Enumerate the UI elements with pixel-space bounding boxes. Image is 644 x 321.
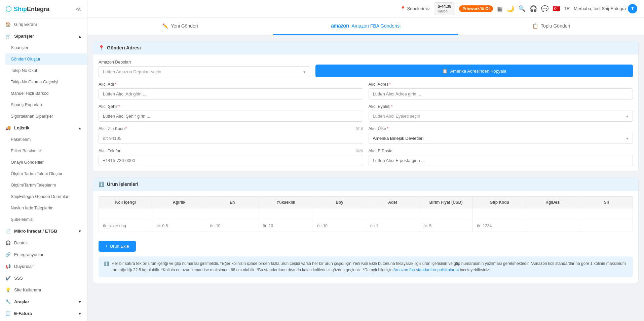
sidebar-item-sss[interactable]: ✔️ SSS <box>0 272 87 284</box>
alici-zip-input[interactable] <box>99 133 363 144</box>
megaphone-icon: 📢 <box>5 264 11 269</box>
sidebar-item-duyurular[interactable]: 📢 Duyurular <box>0 260 87 272</box>
sidebar-item-olcum-taleplerim[interactable]: Ölçüm/Tartım Taleplerim <box>5 179 87 191</box>
topbar-kargo[interactable]: $-44.38 Kargo <box>434 2 455 15</box>
alici-telefon-label: Alıcı Telefon <box>99 149 121 153</box>
alici-ulke-select[interactable]: Amerika Birleşik Devletleri <box>369 133 633 144</box>
topbar-user[interactable]: Merhaba, test ShipEntegra T <box>574 4 637 13</box>
sidebar-item-entegrasyonlar[interactable]: 🔗 Entegrasyonlar <box>0 249 87 260</box>
alici-adres-input[interactable] <box>369 88 633 99</box>
topbar-branches[interactable]: 📍 Şubelerimiz <box>400 6 430 11</box>
info-link[interactable]: Amazon fba standartları politikalarını <box>393 268 459 272</box>
sidebar-section-araclar[interactable]: 🔧 Araçlar ▼ <box>0 296 87 308</box>
tab-label: Toplu Gönderi <box>541 23 570 29</box>
sidebar-section-efatura[interactable]: 🧾 E-Fatura ▼ <box>0 308 87 319</box>
alici-eposta-label: Alıcı E Posta <box>369 149 633 153</box>
sidebar-item-subelerimiz[interactable]: Şubelerimiz <box>5 214 87 225</box>
sidebar-item-gonderi-olustur[interactable]: Gönderi Oluştur <box>5 53 87 65</box>
amazon-depolar-select[interactable]: Lütfen Amazon Depoları seçin <box>99 66 310 77</box>
sidebar-section-siparisler[interactable]: 🛒 Siparişler ▲ <box>0 30 87 42</box>
sidebar-item-label: Site Kullanımı <box>14 287 41 292</box>
tab-toplu-gonderi[interactable]: 📋 Toplu Gönderi <box>458 17 644 35</box>
headset-icon[interactable]: 🎧 <box>530 5 537 12</box>
sidebar-item-olcum-tartim[interactable]: Ölçüm Tartım Talebi Oluştur <box>5 168 87 179</box>
alici-adi-input[interactable] <box>99 88 363 99</box>
copy-btn-wrapper: 📋 Amerika Adresinden Kopyala <box>315 65 633 77</box>
chat-icon[interactable]: 💬 <box>541 5 548 12</box>
sidebar-item-etiket[interactable]: Etiket Basılanlar <box>5 145 87 157</box>
sidebar-section-lojistik[interactable]: 🚚 Lojistik ▲ <box>0 122 87 134</box>
tab-yeni-gonderi[interactable]: ✏️ Yeni Gönderi <box>87 17 273 35</box>
koli-icerigi-hint[interactable] <box>101 222 150 230</box>
add-product-row: + Ürün Ekle <box>99 237 633 252</box>
sidebar-item-takip-no-okuma[interactable]: Takip No Okuma Geçmişi <box>5 76 87 88</box>
birim-fiyat-input-1[interactable] <box>421 210 470 218</box>
yukseklik-input-1[interactable] <box>261 210 311 218</box>
kg-desi-input-1[interactable] <box>528 210 578 218</box>
content: ✏️ Yeni Gönderi amazon Amazon FBA Gönder… <box>87 17 644 321</box>
tab-label: Amazon FBA Gönderisi <box>352 23 401 29</box>
alici-sehir-input[interactable] <box>99 111 363 122</box>
col-yukseklik: Yükseklik <box>259 197 313 208</box>
tab-amazon-fba[interactable]: amazon Amazon FBA Gönderisi <box>273 17 459 35</box>
agirlik-input-1[interactable] <box>154 210 204 218</box>
alici-eyaleti-select[interactable]: Lütfen Alıcı Eyaleti seçin <box>369 111 633 122</box>
sidebar-item-label: Şubelerimiz <box>11 217 33 222</box>
truck-icon: 🚚 <box>5 125 11 130</box>
boy-hint[interactable] <box>315 222 364 230</box>
sidebar-item-siparisler[interactable]: Siparişler <box>5 42 87 53</box>
alici-eposta-input[interactable] <box>369 155 633 166</box>
sidebar-item-navlun-iade[interactable]: Navlun İade Taleplerim <box>5 202 87 214</box>
adet-input-1[interactable] <box>368 210 417 218</box>
adet-hint[interactable] <box>368 222 417 230</box>
sidebar-item-sigortalanan[interactable]: Sigortalanan Siparişler <box>5 111 87 122</box>
alici-ulke-select-wrapper: Amerika Birleşik Devletleri <box>369 133 633 144</box>
kg-desi-hint[interactable] <box>528 222 578 230</box>
moon-icon[interactable]: 🌙 <box>507 5 514 12</box>
alici-telefon-input[interactable] <box>99 155 363 166</box>
birim-fiyat-hint[interactable] <box>421 222 470 230</box>
topbar-prinwork[interactable]: Prinwork'lü Ol <box>459 5 493 12</box>
search-icon[interactable]: 🔍 <box>518 5 526 12</box>
en-hint[interactable] <box>208 222 257 230</box>
chevron-down-icon: ▼ <box>78 229 82 233</box>
sidebar-item-paketlerim[interactable]: Paketlerim <box>5 134 87 145</box>
en-input-1[interactable] <box>208 210 257 218</box>
sidebar-item-manuel-hizli[interactable]: Manuel Hızlı Barkod <box>5 88 87 99</box>
sidebar-item-label: SSS <box>14 276 23 281</box>
add-product-btn[interactable]: + Ürün Ekle <box>99 241 136 252</box>
flag-icon[interactable]: 🇹🇷 <box>553 5 560 12</box>
yukseklik-hint[interactable] <box>261 222 311 230</box>
sidebar-item-giris[interactable]: 🏠 Giriş Ekranı <box>0 18 87 30</box>
table-icon[interactable]: ▦ <box>497 5 503 12</box>
boy-input-1[interactable] <box>315 210 364 218</box>
table-cell-sil-hint <box>580 220 633 232</box>
receipt-icon: 🧾 <box>5 311 11 316</box>
alici-eyaleti-group: Alıcı Eyaleti* Lütfen Alıcı Eyaleti seçi… <box>369 104 633 122</box>
sidebar-collapse-btn[interactable]: ≪ <box>75 5 82 13</box>
gtip-hint[interactable] <box>475 222 524 230</box>
agirlik-hint[interactable] <box>154 222 204 230</box>
table-cell-kg-desi <box>526 208 580 220</box>
sil-hint[interactable] <box>582 222 631 230</box>
copy-address-btn[interactable]: 📋 Amerika Adresinden Kopyala <box>315 65 633 77</box>
col-agirlik: Ağırlık <box>152 197 206 208</box>
sidebar-item-takip-no-okut[interactable]: Takip No Okut <box>5 65 87 76</box>
sidebar-item-label: Destek <box>14 240 28 245</box>
sidebar-item-shipentegra-gonderiler[interactable]: ShipEntegra Gönderi Durumları <box>5 191 87 202</box>
table-cell-boy-hint <box>313 220 366 232</box>
sidebar-item-site-kullanimi[interactable]: 💡 Site Kullanımı <box>0 284 87 296</box>
lang-label[interactable]: TR <box>564 6 570 11</box>
amazon-depolar-group: Amazon Depoları Lütfen Amazon Depoları s… <box>99 60 310 77</box>
sidebar-logo: ⬡ ShipEntegra ≪ <box>0 0 87 18</box>
sil-input-1[interactable] <box>582 210 631 218</box>
sidebar-item-onayli[interactable]: Onaylı Gönderiler <box>5 157 87 168</box>
koli-icerigi-input-1[interactable] <box>101 210 150 218</box>
sidebar-item-eihracat[interactable]: ✅ E-İhracat Gönüllülük Programı <box>0 319 87 321</box>
alici-sehir-group: Alıcı Şehir* <box>99 104 363 122</box>
sidebar-section-mikro[interactable]: 📄 Mikro İhracat / ETGB ▼ <box>0 225 87 237</box>
alici-ulke-label: Alıcı Ülke* <box>369 126 633 131</box>
sidebar-item-destek[interactable]: 🎧 Destek <box>0 237 87 249</box>
gtip-input-1[interactable] <box>475 210 524 218</box>
sidebar-item-siparis-raporlari[interactable]: Sipariş Raporları <box>5 99 87 111</box>
